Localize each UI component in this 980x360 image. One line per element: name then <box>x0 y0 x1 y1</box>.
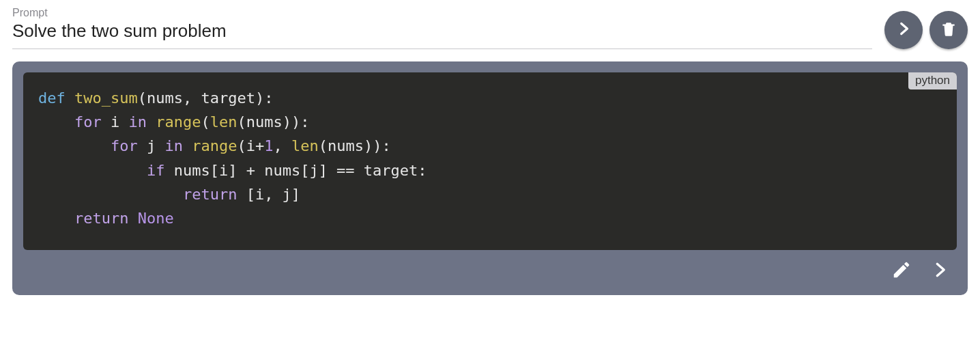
chevron-right-icon <box>929 260 950 283</box>
delete-button[interactable] <box>929 11 968 49</box>
code-token <box>38 137 111 154</box>
code-token <box>38 113 74 130</box>
edit-button[interactable] <box>891 260 912 283</box>
chevron-right-icon <box>895 20 912 40</box>
code-token: for <box>74 113 111 130</box>
prompt-text[interactable]: Solve the two sum problem <box>12 20 872 50</box>
prompt-section: Prompt Solve the two sum problem <box>12 7 872 49</box>
code-token: in <box>164 137 192 154</box>
language-badge: python <box>908 72 957 89</box>
code-token: for <box>111 137 147 154</box>
card-actions <box>23 250 957 284</box>
pencil-icon <box>891 260 912 283</box>
code-token <box>38 210 74 227</box>
code-token: nums[i] + nums[j] == target: <box>174 162 427 179</box>
code-token: if <box>147 162 174 179</box>
code-token: , <box>273 137 291 154</box>
run-button[interactable] <box>884 11 923 49</box>
code-token: two_sum <box>74 89 138 107</box>
prompt-underline <box>12 49 872 49</box>
code-token: def <box>38 89 74 107</box>
code-wrap: python def two_sum(nums, target): for i … <box>23 72 957 250</box>
code-token: in <box>128 113 156 130</box>
code-token: range <box>156 113 201 130</box>
code-token: len <box>291 137 319 154</box>
prompt-label: Prompt <box>12 7 872 19</box>
code-token: None <box>138 210 174 227</box>
code-token: return <box>183 186 246 203</box>
code-token: return <box>74 210 138 227</box>
continue-button[interactable] <box>929 260 950 283</box>
code-token: (nums)): <box>237 113 309 130</box>
code-token: 1 <box>264 137 273 154</box>
code-token <box>38 186 183 203</box>
trash-icon <box>940 20 957 40</box>
code-block[interactable]: def two_sum(nums, target): for i in rang… <box>23 72 957 250</box>
response-card: python def two_sum(nums, target): for i … <box>12 61 968 295</box>
code-token: i <box>111 113 129 130</box>
code-token: (nums, target): <box>138 89 274 107</box>
code-token <box>38 162 147 179</box>
code-token: [i, j] <box>246 186 300 203</box>
code-token: j <box>147 137 165 154</box>
top-actions <box>884 7 968 49</box>
code-token: (nums)): <box>319 137 391 154</box>
code-token: ( <box>201 113 210 130</box>
code-token: len <box>210 113 237 130</box>
code-token: range <box>192 137 237 154</box>
code-token: (i+ <box>237 137 264 154</box>
